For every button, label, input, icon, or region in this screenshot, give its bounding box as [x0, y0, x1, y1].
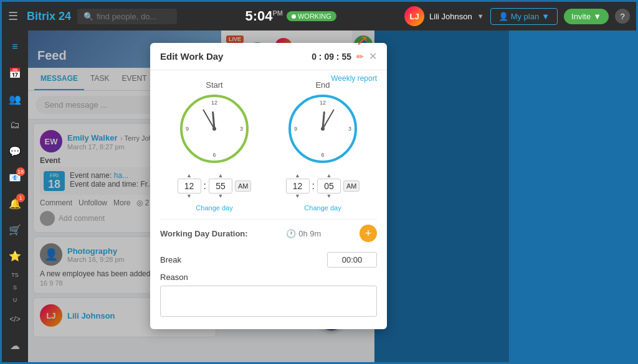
start-hour-spinbox: ▲ 12 ▼	[178, 173, 201, 199]
sidebar-item-feed[interactable]: ≡	[4, 35, 26, 58]
main-layout: ≡ 📅 👥 🗂 💬 📧 18 🔔 1 🛒 ⭐ TS S U	[2, 30, 636, 364]
change-day-row: Change day Change day	[160, 204, 377, 212]
working-dot	[292, 14, 296, 19]
end-min-spinbox: ▲ 05 ▼	[317, 173, 341, 199]
invite-button[interactable]: Invite ▼	[564, 9, 609, 24]
feed-icon: ≡	[12, 41, 17, 52]
clock-center	[321, 127, 325, 131]
reason-row: Reason	[160, 273, 377, 319]
myplan-icon: 👤	[498, 12, 508, 21]
end-clock: 12 3 6 9	[288, 95, 357, 163]
end-clock-section: End 12 3 6 9	[288, 80, 357, 163]
sidebar-item-s[interactable]: S	[13, 283, 17, 292]
hour-down-arrow[interactable]: ▼	[186, 194, 192, 199]
files-icon: 🗂	[10, 119, 20, 131]
notification-badge: 1	[16, 194, 25, 202]
add-duration-button[interactable]: +	[359, 225, 377, 242]
shop-icon: 🛒	[9, 224, 21, 236]
search-input[interactable]	[97, 12, 171, 21]
time-display: 5:04PM	[245, 8, 283, 24]
clock-icon: 🕐	[286, 229, 296, 238]
help-button[interactable]: ?	[615, 9, 630, 24]
calendar-icon: 📅	[9, 67, 21, 79]
logo: Bitrix 24	[27, 10, 71, 23]
reason-label: Reason	[160, 273, 377, 282]
start-clock-section: Start 12 3 6 9	[180, 80, 249, 163]
hour-down-arrow[interactable]: ▼	[295, 194, 300, 199]
user-name[interactable]: Lili Johnson	[429, 12, 472, 21]
start-ampm[interactable]: AM	[235, 180, 252, 192]
end-min-value[interactable]: 05	[317, 179, 341, 194]
modal-overlay: ↗ Edit Work Day 0 : 09 : 55 ✏ ✕ Weekly r…	[28, 30, 509, 364]
avatar: LJ	[404, 6, 424, 26]
start-min-value[interactable]: 55	[209, 179, 232, 194]
users-icon: 👥	[9, 93, 21, 105]
left-sidebar: ≡ 📅 👥 🗂 💬 📧 18 🔔 1 🛒 ⭐ TS S U	[2, 30, 28, 364]
code-icon: </>	[9, 315, 20, 324]
start-hour-value[interactable]: 12	[178, 179, 201, 194]
modal-timer: 0 : 09 : 55	[312, 52, 351, 62]
end-hour-spinbox: ▲ 12 ▼	[286, 173, 310, 199]
edit-icon: ✏	[356, 52, 364, 62]
duration-value: 🕐 0h 9m	[286, 229, 321, 238]
cloud-icon: ☁	[10, 340, 20, 352]
chat-icon: 💬	[9, 146, 21, 157]
working-duration-row: Working Day Duration: 🕐 0h 9m +	[160, 219, 377, 247]
break-label: Break	[160, 255, 181, 264]
close-button[interactable]: ✕	[369, 50, 377, 62]
star-icon: ⭐	[9, 250, 21, 262]
break-row: Break	[160, 252, 377, 268]
modal-body: Weekly report Start 12 3 6 9	[150, 70, 387, 329]
start-clock: 12 3 6 9	[180, 95, 249, 163]
sidebar-item-mail[interactable]: 📧 18	[4, 166, 26, 189]
sidebar-item-chat[interactable]: 💬	[4, 140, 26, 162]
sidebar-item-notifications[interactable]: 🔔 1	[4, 192, 26, 215]
start-min-spinbox: ▲ 55 ▼	[209, 173, 232, 199]
duration-label: Working Day Duration:	[160, 229, 248, 238]
sidebar-item-users[interactable]: 👥	[4, 88, 26, 110]
clock-center	[212, 127, 216, 131]
search-icon: 🔍	[83, 12, 93, 21]
sidebar-item-files[interactable]: 🗂	[4, 114, 26, 136]
break-input[interactable]	[327, 252, 377, 268]
sidebar-item-code[interactable]: </>	[4, 308, 26, 330]
mail-badge: 18	[16, 167, 25, 176]
clocks-row: Start 12 3 6 9	[160, 80, 377, 163]
reason-textarea[interactable]	[160, 286, 377, 317]
user-section: LJ Lili Johnson ▼	[404, 6, 484, 26]
modal-title: Edit Work Day	[160, 51, 223, 62]
change-day-start[interactable]: Change day	[196, 204, 232, 212]
end-time-group: ▲ 12 ▼ : ▲ 05	[286, 173, 360, 199]
sidebar-item-crm[interactable]: ⭐	[4, 245, 26, 267]
hour-up-arrow[interactable]: ▲	[295, 173, 300, 179]
myplan-button[interactable]: 👤 My plan ▼	[490, 8, 558, 25]
min-up-arrow[interactable]: ▲	[326, 173, 332, 179]
weekly-report-link[interactable]: Weekly report	[331, 74, 377, 83]
start-label: Start	[180, 80, 249, 90]
start-time-group: ▲ 12 ▼ : ▲ 55	[178, 173, 252, 199]
change-day-end[interactable]: Change day	[304, 204, 341, 212]
top-navigation: ☰ Bitrix 24 🔍 5:04PM WORKING LJ Lili Joh…	[2, 2, 636, 30]
time-section: 5:04PM WORKING	[183, 8, 398, 24]
hamburger-icon[interactable]: ☰	[8, 9, 18, 23]
min-up-arrow[interactable]: ▲	[218, 173, 224, 179]
min-down-arrow[interactable]: ▼	[218, 194, 224, 199]
sidebar-item-u[interactable]: U	[13, 296, 17, 304]
sidebar-item-ts[interactable]: TS	[11, 271, 19, 279]
red-arrow-indicator: ↗	[356, 32, 368, 49]
time-inputs: ▲ 12 ▼ : ▲ 55	[160, 173, 377, 199]
sidebar-item-shop[interactable]: 🛒	[4, 218, 26, 241]
sidebar-item-cloud[interactable]: ☁	[4, 334, 26, 357]
edit-workday-modal: ↗ Edit Work Day 0 : 09 : 55 ✏ ✕ Weekly r…	[150, 43, 387, 329]
working-badge[interactable]: WORKING	[287, 11, 336, 21]
sidebar-item-calendar[interactable]: 📅	[4, 62, 26, 84]
hour-up-arrow[interactable]: ▲	[186, 173, 192, 179]
end-hour-value[interactable]: 12	[286, 179, 310, 194]
min-down-arrow[interactable]: ▼	[326, 194, 332, 199]
modal-header: Edit Work Day 0 : 09 : 55 ✏ ✕	[150, 43, 387, 70]
end-ampm[interactable]: AM	[343, 180, 360, 192]
search-bar[interactable]: 🔍	[77, 9, 177, 24]
